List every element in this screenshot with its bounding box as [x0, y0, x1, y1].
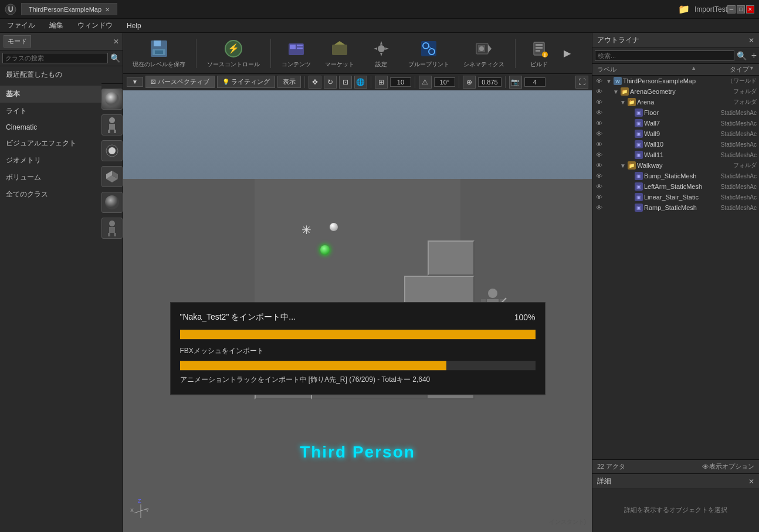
tree-item[interactable]: 👁▼📁ArenaGeometryフォルダ: [592, 86, 759, 97]
scale-value-input[interactable]: [478, 77, 502, 87]
placement-person2-icon[interactable]: [101, 218, 123, 239]
menu-file[interactable]: ファイル: [5, 19, 38, 32]
tree-item[interactable]: 👁▣Wall9StaticMeshAc: [592, 128, 759, 139]
show-button[interactable]: 表示: [277, 76, 301, 88]
tree-item[interactable]: 👁▼WThirdPersonExampleMap（ワールド: [592, 76, 759, 86]
left-panel-close-icon[interactable]: ✕: [113, 38, 119, 46]
tree-expand-icon[interactable]: ▼: [619, 162, 626, 169]
show-options-button[interactable]: 表示オプション: [709, 462, 754, 471]
placement-sphere2-icon[interactable]: [101, 192, 123, 213]
tree-eye-icon[interactable]: 👁: [595, 140, 603, 148]
placement-person-icon[interactable]: [101, 114, 123, 135]
tree-item[interactable]: 👁▣Wall7StaticMeshAc: [592, 118, 759, 128]
menu-window[interactable]: ウィンドウ: [75, 19, 115, 32]
grid-snap-icon-btn[interactable]: ⊞: [375, 76, 388, 89]
scale-snap-icon-btn[interactable]: ⊕: [463, 76, 476, 89]
placement-light-icon[interactable]: [101, 140, 123, 161]
placement-cube-icon[interactable]: [101, 166, 123, 187]
tree-expand-icon[interactable]: ▼: [612, 89, 619, 95]
settings-button[interactable]: 設定: [364, 36, 399, 71]
outliner-search-input[interactable]: [595, 50, 734, 61]
restore-button[interactable]: □: [737, 5, 745, 13]
tree-eye-icon[interactable]: 👁: [595, 182, 603, 191]
tree-eye-icon[interactable]: 👁: [595, 161, 603, 170]
tree-expand-icon[interactable]: ▼: [619, 99, 626, 106]
category-basic[interactable]: 基本: [0, 86, 101, 103]
details-close-icon[interactable]: ✕: [748, 477, 754, 486]
tree-node-type: （ワールド: [707, 77, 757, 85]
scale-icon-btn[interactable]: ⊡: [339, 76, 352, 89]
tree-item[interactable]: 👁▣LeftArm_StaticMeshStaticMeshAc: [592, 181, 759, 192]
rotate-icon-btn[interactable]: ↻: [324, 76, 337, 89]
mode-button[interactable]: モード: [4, 35, 31, 48]
viewport-mode-btn[interactable]: ▼: [127, 77, 143, 87]
tree-expand-icon[interactable]: ▼: [605, 78, 612, 84]
category-light[interactable]: ライト: [0, 103, 101, 120]
lighting-button[interactable]: 💡 ライティング: [217, 76, 275, 88]
minimize-button[interactable]: ─: [727, 5, 736, 13]
lighting-icon: 💡: [222, 79, 229, 85]
outliner-search-icon[interactable]: 🔍: [737, 51, 747, 60]
main-tab[interactable]: ThirdPersonExampleMap ✕: [21, 3, 117, 15]
tree-eye-icon[interactable]: 👁: [595, 119, 603, 127]
grid-value-input[interactable]: [390, 77, 411, 87]
tree-eye-icon[interactable]: 👁: [595, 98, 603, 106]
tree-item[interactable]: 👁▣Wall10StaticMeshAc: [592, 139, 759, 150]
viewport[interactable]: ✳ Third Person: [123, 90, 592, 532]
search-icon[interactable]: 🔍: [110, 53, 120, 63]
tab-close-icon[interactable]: ✕: [105, 6, 110, 13]
placement-sphere-icon[interactable]: [101, 89, 123, 110]
toolbar-more-icon[interactable]: ▶: [561, 45, 573, 61]
tree-eye-icon[interactable]: 👁: [595, 87, 603, 96]
tree-eye-icon[interactable]: 👁: [595, 109, 603, 117]
build-button[interactable]: ! ビルド: [521, 36, 557, 71]
svg-rect-24: [290, 45, 296, 49]
project-icon: 📁: [678, 4, 690, 15]
category-all[interactable]: 全てのクラス: [0, 186, 101, 203]
category-volume[interactable]: ボリューム: [0, 169, 101, 186]
world-space-icon-btn[interactable]: 🌐: [354, 76, 367, 89]
category-vfx[interactable]: ビジュアルエフェクト: [0, 135, 101, 152]
tree-item[interactable]: 👁▼📁Arenaフォルダ: [592, 97, 759, 107]
close-button[interactable]: ✕: [746, 5, 754, 13]
tree-eye-icon[interactable]: 👁: [595, 204, 603, 212]
tree-item[interactable]: 👁▣Linear_Stair_StaticStaticMeshAc: [592, 192, 759, 202]
category-cinematic[interactable]: Cinematic: [0, 120, 101, 135]
col-type-sort-icon: ▼: [749, 65, 754, 74]
save-level-button[interactable]: 現在のレベルを保存: [128, 36, 190, 71]
menu-help[interactable]: Help: [124, 21, 144, 31]
vp-maximize-icon[interactable]: ⛶: [575, 76, 588, 89]
viewport-compass: Z X Y: [129, 496, 153, 526]
tree-item[interactable]: 👁▣FloorStaticMeshAc: [592, 107, 759, 118]
translate-icon-btn[interactable]: ✥: [309, 76, 321, 89]
angle-snap-icon-btn[interactable]: ⚠: [419, 76, 432, 89]
tree-eye-icon[interactable]: 👁: [595, 172, 603, 180]
tree-item[interactable]: 👁▣Ramp_StaticMeshStaticMeshAc: [592, 202, 759, 213]
tree-item[interactable]: 👁▣Bump_StaticMeshStaticMeshAc: [592, 171, 759, 181]
details-header: 詳細 ✕: [592, 474, 759, 489]
outliner-add-icon[interactable]: +: [751, 50, 757, 61]
tree-eye-icon[interactable]: 👁: [595, 130, 603, 138]
viewport-info: インスタント): [549, 518, 586, 526]
menu-edit[interactable]: 編集: [47, 19, 66, 32]
blueprint-button[interactable]: ブループリント: [404, 36, 454, 71]
market-button[interactable]: マーケット: [320, 36, 359, 71]
content-button[interactable]: コンテンツ: [277, 36, 316, 71]
outliner-close-icon[interactable]: ✕: [748, 36, 754, 45]
class-search-input[interactable]: [2, 53, 108, 63]
tree-item[interactable]: 👁▣Wall11StaticMeshAc: [592, 150, 759, 160]
import-percent: 100%: [514, 313, 536, 322]
third-person-text: Third Person: [300, 443, 415, 462]
tree-eye-icon[interactable]: 👁: [595, 193, 603, 201]
tree-item[interactable]: 👁▼📁Walkwayフォルダ: [592, 160, 759, 171]
tree-eye-icon[interactable]: 👁: [595, 77, 603, 85]
svg-rect-26: [297, 48, 303, 49]
camera-icon-btn[interactable]: 📷: [509, 76, 522, 89]
angle-value-input[interactable]: [434, 77, 455, 87]
tree-eye-icon[interactable]: 👁: [595, 151, 603, 159]
category-geometry[interactable]: ジオメトリ: [0, 152, 101, 169]
camera-speed-input[interactable]: [524, 77, 545, 87]
cinematics-button[interactable]: シネマティクス: [459, 36, 509, 71]
source-control-button[interactable]: ⚡ ソースコントロール: [202, 36, 265, 71]
perspective-button[interactable]: ⚄ パースペクティブ: [145, 76, 215, 88]
